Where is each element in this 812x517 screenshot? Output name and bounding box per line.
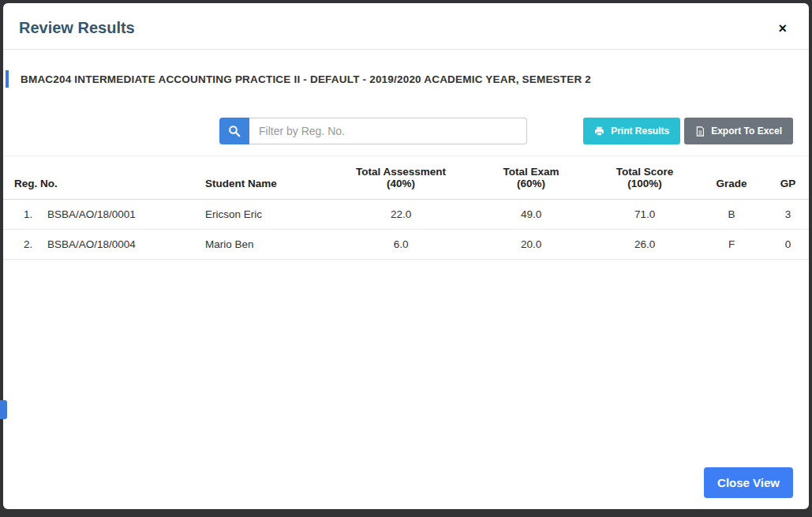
total-assessment-cell: 6.0 <box>333 230 469 260</box>
table-header: Reg. No. Student Name Total Assessment(4… <box>3 156 809 200</box>
modal-footer: Close View <box>3 467 809 509</box>
close-view-button[interactable]: Close View <box>704 467 793 498</box>
table-header-row: Reg. No. Student Name Total Assessment(4… <box>3 156 809 200</box>
col-reg-no: Reg. No. <box>3 156 200 200</box>
export-excel-button[interactable]: Export To Excel <box>684 118 793 144</box>
student-name-cell: Mario Ben <box>200 230 333 260</box>
modal-title: Review Results <box>19 19 135 37</box>
total-exam-cell: 20.0 <box>469 230 593 260</box>
search-icon <box>228 125 241 137</box>
print-results-label: Print Results <box>611 126 669 137</box>
filter-input[interactable] <box>249 118 527 144</box>
course-header: BMAC204 INTERMEDIATE ACCOUNTING PRACTICE… <box>21 73 591 85</box>
toolbar-actions: Print Results Export To Excel <box>583 118 793 144</box>
col-total-exam: Total Exam(60%) <box>469 156 593 200</box>
toolbar: Print Results Export To Excel <box>3 88 809 156</box>
reg-no-cell: BSBA/AO/18/0004 <box>43 230 200 260</box>
accent-bar <box>6 70 9 88</box>
col-total-assessment: Total Assessment(40%) <box>333 156 469 200</box>
reg-no-cell: BSBA/AO/18/0001 <box>43 200 200 230</box>
table-row: 2. BSBA/AO/18/0004 Mario Ben 6.0 20.0 26… <box>3 230 809 260</box>
print-results-button[interactable]: Print Results <box>583 118 680 144</box>
background-page-element <box>0 400 7 419</box>
row-index: 2. <box>3 230 43 260</box>
grade-cell: F <box>696 230 767 260</box>
table-row: 1. BSBA/AO/18/0001 Ericson Eric 22.0 49.… <box>3 200 809 230</box>
close-icon[interactable]: × <box>772 20 793 37</box>
excel-file-icon <box>695 126 705 137</box>
export-excel-label: Export To Excel <box>711 126 782 137</box>
search-button[interactable] <box>219 118 249 144</box>
col-total-score: Total Score(100%) <box>593 156 696 200</box>
col-student-name: Student Name <box>200 156 333 200</box>
total-assessment-cell: 22.0 <box>333 200 469 230</box>
col-gp: GP <box>767 156 809 200</box>
results-table: Reg. No. Student Name Total Assessment(4… <box>3 156 809 260</box>
grade-cell: B <box>696 200 767 230</box>
student-name-cell: Ericson Eric <box>200 200 333 230</box>
total-score-cell: 26.0 <box>593 230 696 260</box>
filter-group <box>219 118 527 144</box>
course-section: BMAC204 INTERMEDIATE ACCOUNTING PRACTICE… <box>3 50 809 88</box>
gp-cell: 0 <box>767 230 809 260</box>
printer-icon <box>594 126 604 137</box>
total-exam-cell: 49.0 <box>469 200 593 230</box>
row-index: 1. <box>3 200 43 230</box>
col-grade: Grade <box>696 156 767 200</box>
table-body: 1. BSBA/AO/18/0001 Ericson Eric 22.0 49.… <box>3 200 809 260</box>
total-score-cell: 71.0 <box>593 200 696 230</box>
review-results-modal: Review Results × BMAC204 INTERMEDIATE AC… <box>3 3 809 509</box>
gp-cell: 3 <box>767 200 809 230</box>
modal-header: Review Results × <box>3 3 809 50</box>
